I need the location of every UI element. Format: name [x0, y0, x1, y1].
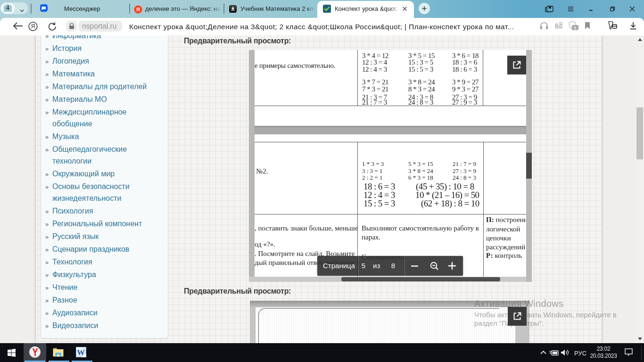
- svg-text:Я: Я: [31, 23, 35, 30]
- svg-text:1: 1: [574, 25, 576, 30]
- svg-text:Я: Я: [136, 7, 140, 12]
